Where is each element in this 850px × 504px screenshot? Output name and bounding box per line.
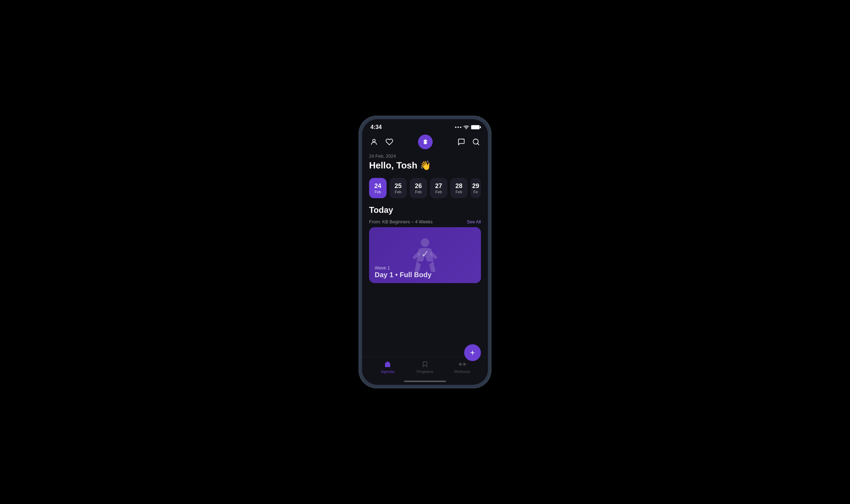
nav-right — [456, 137, 481, 147]
tab-agenda-label: Agenda — [381, 369, 394, 374]
logo-badge[interactable] — [418, 135, 433, 149]
nav-left — [369, 137, 394, 147]
date-num: 27 — [435, 182, 442, 190]
svg-line-2 — [477, 143, 479, 145]
date-num: 24 — [374, 182, 381, 190]
phone-frame: 4:34 — [359, 116, 491, 388]
date-month: Feb — [435, 190, 442, 194]
date-item-25[interactable]: 25 Feb — [389, 178, 407, 198]
date-month: Feb — [456, 190, 462, 194]
date-item-29[interactable]: 29 Fe — [470, 178, 481, 198]
search-icon[interactable] — [471, 137, 481, 147]
header-nav — [362, 132, 488, 153]
date-label: 24 Feb, 2024 — [369, 153, 481, 159]
workout-title: Day 1 • Full Body — [375, 271, 432, 279]
tab-programs-label: Programs — [417, 369, 433, 374]
date-num: 29 — [472, 182, 479, 190]
programs-icon — [421, 360, 429, 368]
agenda-icon — [384, 360, 391, 368]
date-strip: 24 Feb 25 Feb 26 Feb 27 Feb 28 Feb — [369, 178, 481, 198]
tab-workouts-label: Workouts — [454, 369, 470, 374]
favorites-icon[interactable] — [384, 137, 394, 147]
date-item-26[interactable]: 26 Feb — [410, 178, 427, 198]
date-month: Fe — [474, 190, 478, 194]
date-item-24[interactable]: 24 Feb — [369, 178, 387, 198]
see-all-button[interactable]: See All — [467, 219, 481, 224]
workouts-icon — [459, 360, 466, 368]
greeting-text: Hello, Tosh 👋 — [369, 160, 481, 171]
card-header: From: KB Beginners – 4 Weeks See All — [369, 219, 481, 224]
status-bar: 4:34 — [362, 119, 488, 132]
date-month: Feb — [375, 190, 381, 194]
wifi-icon — [463, 125, 469, 129]
date-num: 26 — [415, 182, 422, 190]
cellular-icon — [455, 127, 461, 128]
tab-workouts[interactable]: Workouts — [452, 360, 473, 374]
main-content: 24 Feb, 2024 Hello, Tosh 👋 24 Feb 25 Feb… — [362, 153, 488, 357]
card-from-label: From: KB Beginners – 4 Weeks — [369, 219, 433, 224]
date-month: Feb — [415, 190, 422, 194]
battery-icon — [471, 125, 480, 129]
tab-programs[interactable]: Programs — [415, 360, 435, 374]
svg-point-0 — [373, 139, 375, 142]
date-item-28[interactable]: 28 Feb — [450, 178, 468, 198]
date-month: Feb — [395, 190, 402, 194]
date-num: 28 — [455, 182, 462, 190]
chat-icon[interactable] — [456, 137, 466, 147]
status-time: 4:34 — [370, 124, 382, 130]
date-num: 25 — [395, 182, 402, 190]
section-title: Today — [369, 205, 481, 215]
svg-point-3 — [421, 238, 429, 247]
checkmark-icon: ✓ — [421, 248, 429, 260]
phone-screen: 4:34 — [362, 119, 488, 385]
add-button[interactable]: + — [464, 344, 481, 361]
status-icons — [455, 125, 480, 129]
tab-agenda[interactable]: Agenda — [377, 360, 398, 374]
workout-week: Week 1 — [375, 265, 390, 271]
home-indicator — [404, 381, 446, 382]
fab-container: + — [464, 344, 481, 361]
workout-card[interactable]: ✓ Week 1 Day 1 • Full Body — [369, 227, 481, 283]
profile-icon[interactable] — [369, 137, 379, 147]
date-item-27[interactable]: 27 Feb — [430, 178, 447, 198]
